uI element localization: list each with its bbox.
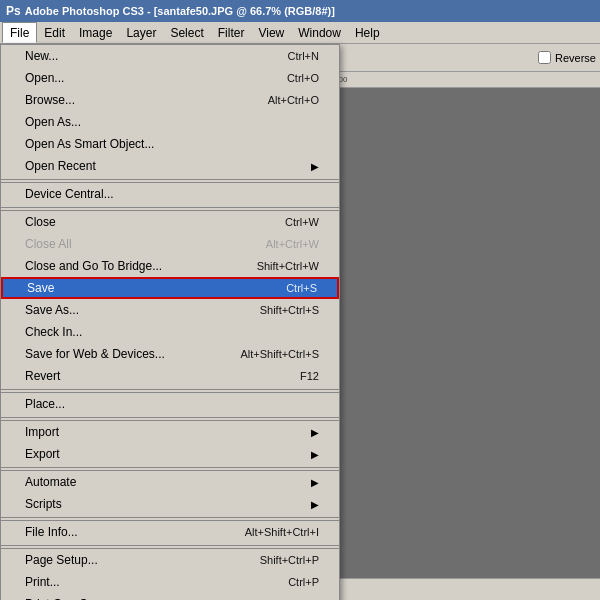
menu-image[interactable]: Image bbox=[72, 22, 119, 43]
menu-open-as[interactable]: Open As... bbox=[1, 111, 339, 133]
menu-save[interactable]: Save Ctrl+S bbox=[1, 277, 339, 299]
divider-6 bbox=[1, 517, 339, 518]
menu-open-smart[interactable]: Open As Smart Object... bbox=[1, 133, 339, 155]
menu-bar: File Edit Image Layer Select Filter View… bbox=[0, 22, 600, 44]
menu-close[interactable]: Close Ctrl+W bbox=[1, 211, 339, 233]
divider-2 bbox=[1, 207, 339, 208]
menu-section-8: Page Setup... Shift+Ctrl+P Print... Ctrl… bbox=[1, 548, 339, 600]
divider-5 bbox=[1, 467, 339, 468]
menu-revert[interactable]: Revert F12 bbox=[1, 365, 339, 387]
menu-print[interactable]: Print... Ctrl+P bbox=[1, 571, 339, 593]
menu-section-4: Place... bbox=[1, 392, 339, 415]
menu-section-1: New... Ctrl+N Open... Ctrl+O Browse... A… bbox=[1, 45, 339, 177]
menu-help[interactable]: Help bbox=[348, 22, 387, 43]
reverse-label: Reverse bbox=[555, 52, 596, 64]
menu-page-setup[interactable]: Page Setup... Shift+Ctrl+P bbox=[1, 549, 339, 571]
menu-section-5: Import ▶ Export ▶ bbox=[1, 420, 339, 465]
menu-section-7: File Info... Alt+Shift+Ctrl+I bbox=[1, 520, 339, 543]
menu-window[interactable]: Window bbox=[291, 22, 348, 43]
menu-section-3: Close Ctrl+W Close All Alt+Ctrl+W Close … bbox=[1, 210, 339, 387]
menu-browse[interactable]: Browse... Alt+Ctrl+O bbox=[1, 89, 339, 111]
divider-7 bbox=[1, 545, 339, 546]
menu-save-web[interactable]: Save for Web & Devices... Alt+Shift+Ctrl… bbox=[1, 343, 339, 365]
divider-4 bbox=[1, 417, 339, 418]
menu-file-info[interactable]: File Info... Alt+Shift+Ctrl+I bbox=[1, 521, 339, 543]
menu-file[interactable]: File bbox=[2, 22, 37, 43]
menu-layer[interactable]: Layer bbox=[119, 22, 163, 43]
menu-open[interactable]: Open... Ctrl+O bbox=[1, 67, 339, 89]
menu-view[interactable]: View bbox=[251, 22, 291, 43]
menu-import[interactable]: Import ▶ bbox=[1, 421, 339, 443]
menu-select[interactable]: Select bbox=[163, 22, 210, 43]
title-text: Adobe Photoshop CS3 - [santafe50.JPG @ 6… bbox=[25, 5, 335, 17]
menu-edit[interactable]: Edit bbox=[37, 22, 72, 43]
menu-export[interactable]: Export ▶ bbox=[1, 443, 339, 465]
menu-save-as[interactable]: Save As... Shift+Ctrl+S bbox=[1, 299, 339, 321]
reverse-checkbox[interactable] bbox=[538, 51, 551, 64]
menu-scripts[interactable]: Scripts ▶ bbox=[1, 493, 339, 515]
menu-open-recent[interactable]: Open Recent ▶ bbox=[1, 155, 339, 177]
menu-section-2: Device Central... bbox=[1, 182, 339, 205]
menu-close-all[interactable]: Close All Alt+Ctrl+W bbox=[1, 233, 339, 255]
menu-check-in[interactable]: Check In... bbox=[1, 321, 339, 343]
title-bar: Ps Adobe Photoshop CS3 - [santafe50.JPG … bbox=[0, 0, 600, 22]
divider-1 bbox=[1, 179, 339, 180]
menu-close-bridge[interactable]: Close and Go To Bridge... Shift+Ctrl+W bbox=[1, 255, 339, 277]
menu-filter[interactable]: Filter bbox=[211, 22, 252, 43]
menu-new[interactable]: New... Ctrl+N bbox=[1, 45, 339, 67]
menu-device-central[interactable]: Device Central... bbox=[1, 183, 339, 205]
menu-print-one[interactable]: Print One Copy Alt+Shift+Ctrl+P bbox=[1, 593, 339, 600]
menu-section-6: Automate ▶ Scripts ▶ bbox=[1, 470, 339, 515]
ps-logo: Ps bbox=[6, 4, 21, 18]
menu-place[interactable]: Place... bbox=[1, 393, 339, 415]
file-dropdown: New... Ctrl+N Open... Ctrl+O Browse... A… bbox=[0, 44, 340, 600]
divider-3 bbox=[1, 389, 339, 390]
menu-automate[interactable]: Automate ▶ bbox=[1, 471, 339, 493]
